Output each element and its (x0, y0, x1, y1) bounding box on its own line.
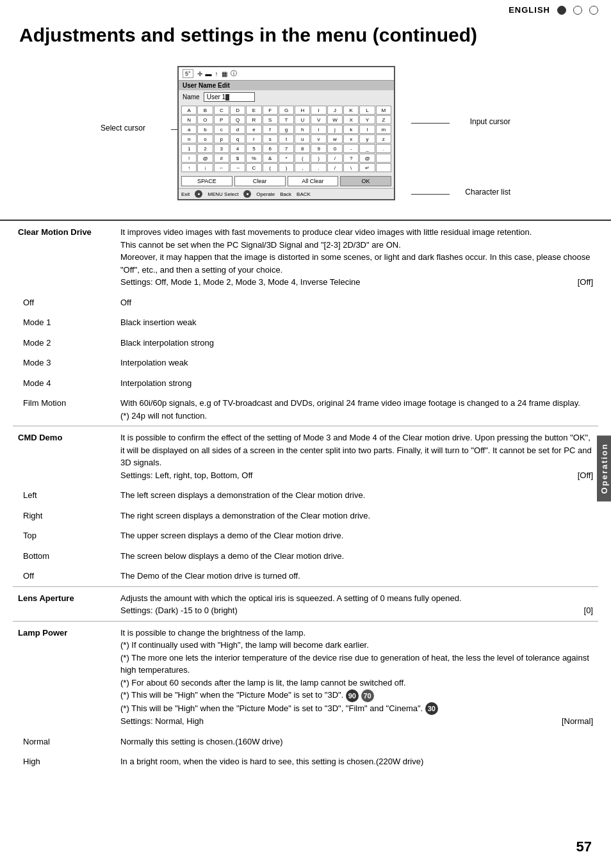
char-cell[interactable]: R (246, 115, 261, 124)
char-cell[interactable]: Y (359, 115, 375, 124)
all-clear-button[interactable]: All Clear (288, 176, 339, 186)
char-cell[interactable]: U (295, 115, 310, 124)
char-cell[interactable]: ↑ (181, 163, 197, 172)
char-cell[interactable]: 4 (230, 144, 245, 153)
char-cell[interactable]: j (327, 125, 343, 134)
char-cell[interactable]: Q (230, 115, 245, 124)
char-cell[interactable]: $ (230, 154, 245, 163)
char-cell[interactable]: B (197, 106, 213, 115)
char-cell[interactable]: A (181, 106, 197, 115)
char-cell[interactable]: e (246, 125, 261, 134)
char-cell[interactable]: z (376, 134, 391, 143)
char-cell[interactable]: @ (359, 154, 375, 163)
char-cell[interactable]: * (279, 154, 294, 163)
char-cell[interactable]: k (343, 125, 359, 134)
char-cell[interactable]: g (279, 125, 294, 134)
char-cell[interactable]: ( (295, 154, 310, 163)
header: ENGLISH (0, 0, 611, 17)
char-cell[interactable]: S (263, 115, 278, 124)
char-cell[interactable] (376, 163, 391, 172)
char-cell[interactable]: h (295, 125, 310, 134)
char-cell[interactable]: O (197, 115, 213, 124)
space-button[interactable]: SPACE (181, 176, 232, 186)
char-cell[interactable]: G (279, 106, 294, 115)
char-cell[interactable]: , (295, 163, 310, 172)
char-cell[interactable]: m (376, 125, 391, 134)
char-cell[interactable]: p (214, 134, 229, 143)
ok-button[interactable]: OK (340, 176, 391, 186)
osd-name-input[interactable]: User 1 (204, 92, 255, 102)
operate-button[interactable]: ● (243, 190, 251, 198)
char-cell[interactable]: v (311, 134, 326, 143)
char-cell[interactable]: → (230, 163, 245, 172)
char-cell[interactable]: . (376, 144, 391, 153)
char-cell[interactable]: i (311, 125, 326, 134)
char-cell[interactable]: C (214, 106, 229, 115)
char-cell[interactable]: x (343, 134, 359, 143)
char-cell[interactable]: w (327, 134, 343, 143)
char-cell[interactable]: ↓ (197, 163, 213, 172)
char-cell[interactable] (376, 154, 391, 163)
char-cell[interactable]: f (263, 125, 278, 134)
osd-bottom-row[interactable]: SPACE Clear All Clear OK (179, 174, 394, 188)
char-cell[interactable]: \ (343, 163, 359, 172)
char-cell[interactable]: t (279, 134, 294, 143)
char-cell[interactable]: P (214, 115, 229, 124)
char-cell[interactable]: 8 (295, 144, 310, 153)
clear-button[interactable]: Clear (234, 176, 286, 186)
char-cell[interactable]: @ (197, 154, 213, 163)
char-cell[interactable]: & (263, 154, 278, 163)
char-cell[interactable]: E (246, 106, 261, 115)
char-cell[interactable]: F (263, 106, 278, 115)
char-cell[interactable]: 2 (197, 144, 213, 153)
char-cell[interactable]: V (311, 115, 326, 124)
char-cell[interactable]: C (246, 163, 261, 172)
char-cell[interactable]: Z (376, 115, 391, 124)
char-cell[interactable]: J (327, 106, 343, 115)
char-cell[interactable]: 3 (214, 144, 229, 153)
char-cell[interactable]: ← (214, 163, 229, 172)
char-cell[interactable]: ) (311, 154, 326, 163)
char-cell[interactable]: b (197, 125, 213, 134)
char-cell[interactable]: # (214, 154, 229, 163)
char-cell[interactable]: % (246, 154, 261, 163)
char-cell[interactable]: ! (181, 154, 197, 163)
char-cell[interactable]: 6 (263, 144, 278, 153)
char-cell[interactable]: H (295, 106, 310, 115)
char-cell[interactable]: I (311, 106, 326, 115)
char-cell[interactable]: / (327, 163, 343, 172)
char-cell[interactable]: o (197, 134, 213, 143)
char-cell[interactable]: T (279, 115, 294, 124)
char-cell[interactable]: u (295, 134, 310, 143)
char-cell[interactable]: l (359, 125, 375, 134)
char-cell[interactable]: n (181, 134, 197, 143)
char-cell[interactable]: s (263, 134, 278, 143)
char-cell[interactable]: r (246, 134, 261, 143)
char-cell[interactable]: L (359, 106, 375, 115)
char-cell[interactable]: _ (359, 144, 375, 153)
char-cell[interactable]: M (376, 106, 391, 115)
char-cell[interactable]: 0 (327, 144, 343, 153)
char-cell[interactable]: ↵ (359, 163, 375, 172)
char-cell[interactable]: c (214, 125, 229, 134)
char-cell[interactable]: a (181, 125, 197, 134)
char-cell[interactable]: K (343, 106, 359, 115)
char-cell[interactable]: ? (343, 154, 359, 163)
menu-button[interactable]: ● (195, 190, 202, 198)
char-cell[interactable]: D (230, 106, 245, 115)
char-cell[interactable]: / (327, 154, 343, 163)
char-cell[interactable]: N (181, 115, 197, 124)
char-cell[interactable]: d (230, 125, 245, 134)
char-cell[interactable]: 5 (246, 144, 261, 153)
char-cell[interactable]: ( (263, 163, 278, 172)
char-cell[interactable]: 7 (279, 144, 294, 153)
char-cell[interactable]: ) (279, 163, 294, 172)
char-cell[interactable]: 9 (311, 144, 326, 153)
char-cell[interactable]: - (343, 144, 359, 153)
char-cell[interactable]: 1 (181, 144, 197, 153)
char-cell[interactable]: . (311, 163, 326, 172)
char-cell[interactable]: W (327, 115, 343, 124)
char-cell[interactable]: q (230, 134, 245, 143)
char-cell[interactable]: y (359, 134, 375, 143)
char-cell[interactable]: X (343, 115, 359, 124)
